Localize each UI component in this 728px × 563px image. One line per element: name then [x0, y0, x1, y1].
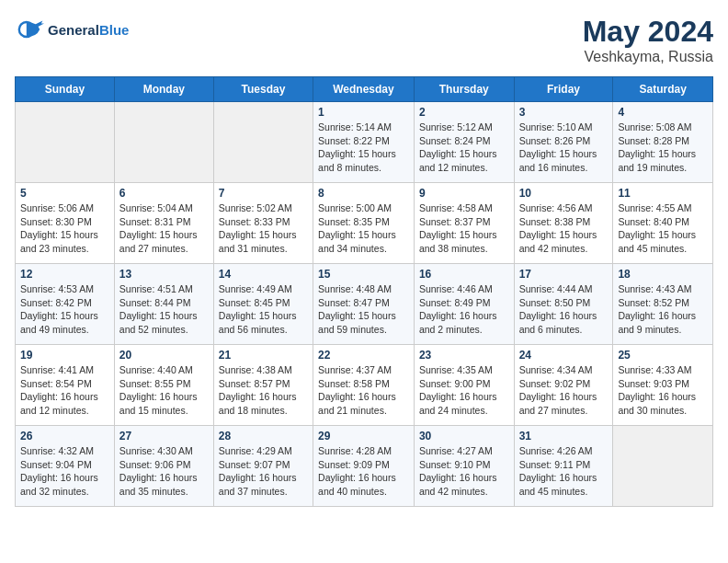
- day-cell: 30Sunrise: 4:27 AM Sunset: 9:10 PM Dayli…: [414, 426, 514, 507]
- day-info: Sunrise: 4:44 AM Sunset: 8:50 PM Dayligh…: [519, 282, 609, 337]
- day-cell: 21Sunrise: 4:38 AM Sunset: 8:57 PM Dayli…: [213, 345, 313, 426]
- logo: GeneralBlue: [15, 15, 129, 44]
- day-info: Sunrise: 4:46 AM Sunset: 8:49 PM Dayligh…: [419, 282, 509, 337]
- day-info: Sunrise: 4:38 AM Sunset: 8:57 PM Dayligh…: [219, 363, 308, 418]
- day-number: 19: [20, 349, 109, 362]
- day-number: 26: [20, 430, 109, 442]
- day-info: Sunrise: 5:02 AM Sunset: 8:33 PM Dayligh…: [219, 201, 308, 256]
- day-info: Sunrise: 4:37 AM Sunset: 8:58 PM Dayligh…: [318, 363, 409, 418]
- day-info: Sunrise: 4:27 AM Sunset: 9:10 PM Dayligh…: [419, 444, 509, 499]
- day-info: Sunrise: 5:14 AM Sunset: 8:22 PM Dayligh…: [318, 121, 409, 175]
- location: Veshkayma, Russia: [583, 49, 713, 65]
- week-row-5: 26Sunrise: 4:32 AM Sunset: 9:04 PM Dayli…: [16, 426, 713, 507]
- weekday-header-thursday: Thursday: [414, 77, 514, 102]
- day-cell: 7Sunrise: 5:02 AM Sunset: 8:33 PM Daylig…: [213, 183, 313, 264]
- day-number: 28: [219, 430, 308, 442]
- day-cell: 31Sunrise: 4:26 AM Sunset: 9:11 PM Dayli…: [514, 426, 613, 507]
- day-info: Sunrise: 4:35 AM Sunset: 9:00 PM Dayligh…: [419, 363, 509, 418]
- day-number: 15: [318, 268, 409, 281]
- day-cell: 19Sunrise: 4:41 AM Sunset: 8:54 PM Dayli…: [16, 345, 115, 426]
- day-number: 17: [519, 268, 609, 281]
- day-info: Sunrise: 4:56 AM Sunset: 8:38 PM Dayligh…: [519, 201, 609, 256]
- day-number: 14: [219, 268, 308, 281]
- day-number: 23: [419, 349, 509, 362]
- day-info: Sunrise: 4:34 AM Sunset: 9:02 PM Dayligh…: [519, 363, 609, 418]
- day-info: Sunrise: 4:33 AM Sunset: 9:03 PM Dayligh…: [618, 363, 708, 418]
- day-cell: 18Sunrise: 4:43 AM Sunset: 8:52 PM Dayli…: [613, 264, 713, 345]
- day-number: 3: [519, 106, 609, 119]
- day-number: 9: [419, 187, 509, 200]
- day-cell: 23Sunrise: 4:35 AM Sunset: 9:00 PM Dayli…: [414, 345, 514, 426]
- day-cell: 17Sunrise: 4:44 AM Sunset: 8:50 PM Dayli…: [514, 264, 613, 345]
- day-number: 12: [20, 268, 109, 281]
- day-number: 13: [119, 268, 209, 281]
- day-cell: 16Sunrise: 4:46 AM Sunset: 8:49 PM Dayli…: [414, 264, 514, 345]
- day-cell: [16, 102, 115, 183]
- day-info: Sunrise: 4:58 AM Sunset: 8:37 PM Dayligh…: [419, 201, 509, 256]
- day-cell: 28Sunrise: 4:29 AM Sunset: 9:07 PM Dayli…: [213, 426, 313, 507]
- weekday-header-friday: Friday: [514, 77, 613, 102]
- week-row-2: 5Sunrise: 5:06 AM Sunset: 8:30 PM Daylig…: [16, 183, 713, 264]
- day-cell: 12Sunrise: 4:53 AM Sunset: 8:42 PM Dayli…: [16, 264, 115, 345]
- day-info: Sunrise: 5:10 AM Sunset: 8:26 PM Dayligh…: [519, 121, 609, 175]
- day-cell: 15Sunrise: 4:48 AM Sunset: 8:47 PM Dayli…: [313, 264, 415, 345]
- day-cell: 8Sunrise: 5:00 AM Sunset: 8:35 PM Daylig…: [313, 183, 415, 264]
- calendar-table: SundayMondayTuesdayWednesdayThursdayFrid…: [15, 76, 713, 507]
- weekday-header-monday: Monday: [114, 77, 213, 102]
- day-info: Sunrise: 4:26 AM Sunset: 9:11 PM Dayligh…: [519, 444, 609, 499]
- day-cell: 24Sunrise: 4:34 AM Sunset: 9:02 PM Dayli…: [514, 345, 613, 426]
- day-info: Sunrise: 4:49 AM Sunset: 8:45 PM Dayligh…: [219, 282, 308, 337]
- page-header: GeneralBlue May 2024 Veshkayma, Russia: [15, 15, 713, 65]
- day-number: 27: [119, 430, 209, 442]
- day-info: Sunrise: 5:00 AM Sunset: 8:35 PM Dayligh…: [318, 201, 409, 256]
- day-number: 5: [20, 187, 109, 200]
- day-cell: [213, 102, 313, 183]
- week-row-1: 1Sunrise: 5:14 AM Sunset: 8:22 PM Daylig…: [16, 102, 713, 183]
- day-number: 31: [519, 430, 609, 442]
- day-cell: 4Sunrise: 5:08 AM Sunset: 8:28 PM Daylig…: [613, 102, 713, 183]
- day-cell: [114, 102, 213, 183]
- day-cell: 26Sunrise: 4:32 AM Sunset: 9:04 PM Dayli…: [16, 426, 115, 507]
- day-number: 10: [519, 187, 609, 200]
- weekday-header-row: SundayMondayTuesdayWednesdayThursdayFrid…: [16, 77, 713, 102]
- day-cell: 14Sunrise: 4:49 AM Sunset: 8:45 PM Dayli…: [213, 264, 313, 345]
- weekday-header-wednesday: Wednesday: [313, 77, 415, 102]
- day-cell: 20Sunrise: 4:40 AM Sunset: 8:55 PM Dayli…: [114, 345, 213, 426]
- day-cell: 25Sunrise: 4:33 AM Sunset: 9:03 PM Dayli…: [613, 345, 713, 426]
- day-cell: 11Sunrise: 4:55 AM Sunset: 8:40 PM Dayli…: [613, 183, 713, 264]
- day-info: Sunrise: 4:43 AM Sunset: 8:52 PM Dayligh…: [618, 282, 708, 337]
- day-number: 29: [318, 430, 409, 442]
- day-cell: 9Sunrise: 4:58 AM Sunset: 8:37 PM Daylig…: [414, 183, 514, 264]
- day-number: 21: [219, 349, 308, 362]
- week-row-4: 19Sunrise: 4:41 AM Sunset: 8:54 PM Dayli…: [16, 345, 713, 426]
- weekday-header-sunday: Sunday: [16, 77, 115, 102]
- day-cell: 6Sunrise: 5:04 AM Sunset: 8:31 PM Daylig…: [114, 183, 213, 264]
- week-row-3: 12Sunrise: 4:53 AM Sunset: 8:42 PM Dayli…: [16, 264, 713, 345]
- day-number: 7: [219, 187, 308, 200]
- logo-icon: [15, 15, 44, 44]
- day-number: 30: [419, 430, 509, 442]
- day-cell: 29Sunrise: 4:28 AM Sunset: 9:09 PM Dayli…: [313, 426, 415, 507]
- day-info: Sunrise: 4:41 AM Sunset: 8:54 PM Dayligh…: [20, 363, 109, 418]
- day-number: 25: [618, 349, 708, 362]
- logo-text: GeneralBlue: [48, 22, 129, 38]
- day-info: Sunrise: 4:51 AM Sunset: 8:44 PM Dayligh…: [119, 282, 209, 337]
- month-year: May 2024: [583, 15, 713, 49]
- day-info: Sunrise: 4:40 AM Sunset: 8:55 PM Dayligh…: [119, 363, 209, 418]
- day-number: 16: [419, 268, 509, 281]
- day-number: 18: [618, 268, 708, 281]
- day-info: Sunrise: 4:30 AM Sunset: 9:06 PM Dayligh…: [119, 444, 209, 499]
- day-info: Sunrise: 5:12 AM Sunset: 8:24 PM Dayligh…: [419, 121, 509, 175]
- title-block: May 2024 Veshkayma, Russia: [583, 15, 713, 65]
- day-number: 2: [419, 106, 509, 119]
- day-cell: [613, 426, 713, 507]
- day-info: Sunrise: 4:53 AM Sunset: 8:42 PM Dayligh…: [20, 282, 109, 337]
- day-number: 4: [618, 106, 708, 119]
- day-info: Sunrise: 4:32 AM Sunset: 9:04 PM Dayligh…: [20, 444, 109, 499]
- day-cell: 22Sunrise: 4:37 AM Sunset: 8:58 PM Dayli…: [313, 345, 415, 426]
- day-info: Sunrise: 4:55 AM Sunset: 8:40 PM Dayligh…: [618, 201, 708, 256]
- day-number: 11: [618, 187, 708, 200]
- day-info: Sunrise: 5:08 AM Sunset: 8:28 PM Dayligh…: [618, 121, 708, 175]
- day-cell: 2Sunrise: 5:12 AM Sunset: 8:24 PM Daylig…: [414, 102, 514, 183]
- day-cell: 10Sunrise: 4:56 AM Sunset: 8:38 PM Dayli…: [514, 183, 613, 264]
